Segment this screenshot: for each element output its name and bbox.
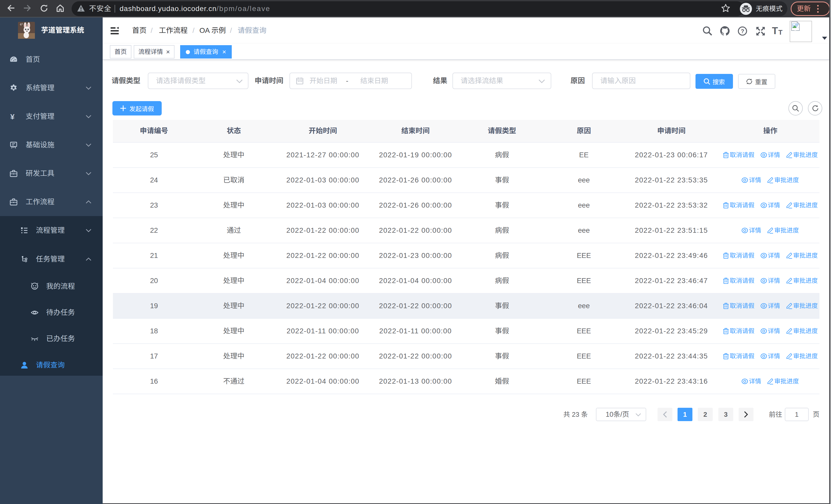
svg-text:?: ? xyxy=(741,28,744,34)
svg-text:¥: ¥ xyxy=(10,112,15,121)
